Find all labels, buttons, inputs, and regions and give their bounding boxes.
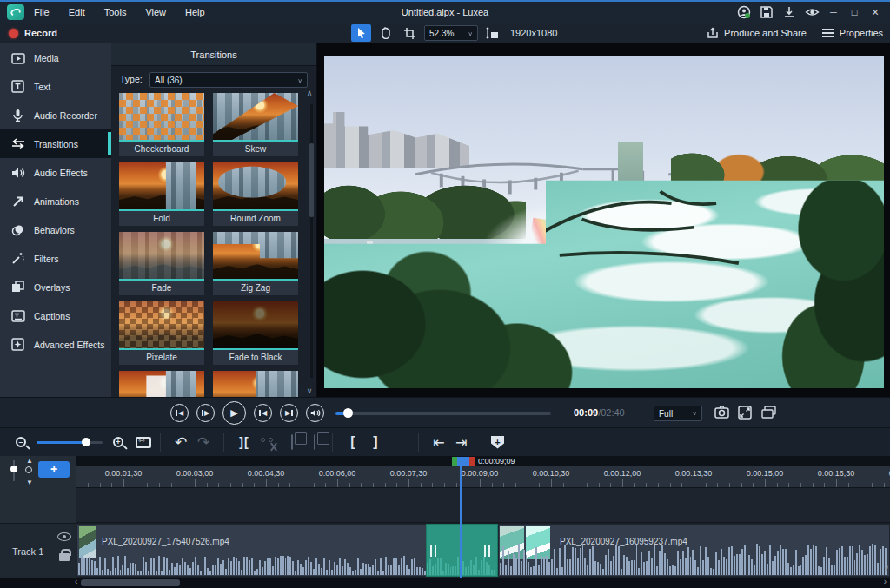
playhead-grabber[interactable] bbox=[457, 457, 469, 466]
sidebar-item-text[interactable]: Text bbox=[0, 72, 111, 101]
timeline-ruler[interactable]: 0:00:01;30 0:00:03;00 0:00:04;30 0:00:06… bbox=[76, 466, 890, 488]
transition-right-handle[interactable] bbox=[484, 545, 490, 557]
trim-out-handle[interactable] bbox=[469, 457, 475, 466]
play-button[interactable]: ▶ bbox=[222, 401, 246, 425]
snapshot-camera-icon[interactable] bbox=[714, 406, 729, 420]
track-1-lane[interactable]: PXL_20200927_175407526.mp4 PXL_20200927_… bbox=[76, 523, 890, 578]
save-icon[interactable] bbox=[760, 5, 774, 19]
next-frame-button[interactable]: ▶ bbox=[196, 404, 215, 422]
prev-marker-button[interactable]: ⇤ bbox=[428, 434, 450, 451]
playback-quality-dropdown[interactable]: Full ∨ bbox=[654, 406, 702, 421]
sidebar-item-transitions[interactable]: Transitions bbox=[0, 129, 111, 158]
scroll-down-icon[interactable]: ∨ bbox=[305, 386, 314, 395]
transition-thumbnail[interactable] bbox=[119, 371, 204, 397]
empty-lane[interactable] bbox=[76, 488, 890, 523]
mark-out-button[interactable]: ] bbox=[364, 434, 387, 450]
sidebar-item-advanced-effects[interactable]: Advanced Effects bbox=[0, 330, 111, 359]
fit-timeline-icon[interactable] bbox=[136, 437, 151, 448]
menu-tools[interactable]: Tools bbox=[95, 7, 136, 17]
produce-and-share-button[interactable]: Produce and Share bbox=[707, 27, 807, 39]
seek-knob[interactable] bbox=[343, 408, 353, 418]
sidebar-item-audio-effects[interactable]: Audio Effects bbox=[0, 158, 111, 187]
sidebar-item-filters[interactable]: Filters bbox=[0, 244, 111, 273]
minimize-button[interactable]: ─ bbox=[827, 7, 840, 17]
chevron-down-icon: ∨ bbox=[692, 410, 697, 416]
track-height-slider[interactable] bbox=[13, 460, 15, 481]
jump-end-button[interactable]: ▶ bbox=[280, 404, 298, 422]
sidebar-item-captions[interactable]: Captions bbox=[0, 301, 111, 330]
maximize-button[interactable]: □ bbox=[848, 7, 860, 17]
menu-edit[interactable]: Edit bbox=[59, 7, 95, 17]
screen-preview-icon[interactable] bbox=[805, 5, 819, 19]
scroll-left-icon[interactable]: ‹ bbox=[75, 577, 77, 586]
add-track-button[interactable]: + bbox=[38, 461, 70, 478]
copy-button[interactable] bbox=[278, 435, 301, 449]
menu-view[interactable]: View bbox=[136, 7, 176, 17]
type-dropdown[interactable]: All (36) ∨ bbox=[149, 72, 308, 88]
transition-skew[interactable]: Skew bbox=[213, 93, 298, 156]
zoom-level-dropdown[interactable]: 52.3% ∨ bbox=[424, 25, 478, 41]
vertical-scroll-down-icon[interactable]: ∨ bbox=[883, 564, 889, 572]
transition-zig-zag[interactable]: Zig Zag bbox=[213, 232, 298, 295]
zoom-in-icon[interactable]: + bbox=[113, 437, 123, 447]
track-lock-icon[interactable] bbox=[59, 553, 70, 561]
transition-thumbnail-selected[interactable] bbox=[213, 371, 298, 397]
timeline-scrollbar[interactable]: ‹ › bbox=[0, 578, 890, 588]
properties-button[interactable]: Properties bbox=[822, 28, 883, 38]
seek-slider[interactable] bbox=[335, 412, 551, 415]
transition-checkerboard[interactable]: Checkerboard bbox=[119, 93, 204, 156]
prev-frame-button[interactable]: ◀ bbox=[170, 404, 189, 422]
download-icon[interactable] bbox=[782, 5, 796, 19]
sidebar-item-behaviors[interactable]: Behaviors bbox=[0, 215, 111, 244]
undo-button[interactable]: ↶ bbox=[169, 433, 192, 452]
ruler-label: 0:00:13;30 bbox=[666, 469, 721, 478]
marker-strip[interactable]: 0:00:09;09 bbox=[76, 456, 890, 466]
clip-2[interactable]: PXL_20200927_160959237.mp4 bbox=[498, 524, 890, 577]
transition-label: Skew bbox=[213, 142, 298, 156]
record-button[interactable]: Record bbox=[9, 23, 57, 43]
select-tool-button[interactable] bbox=[351, 24, 371, 42]
transition-fade-to-black[interactable]: Fade to Black bbox=[213, 301, 298, 365]
next-marker-button[interactable]: ⇥ bbox=[450, 434, 473, 451]
transition-round-zoom[interactable]: Round Zoom bbox=[213, 162, 298, 226]
menu-file[interactable]: File bbox=[24, 7, 59, 17]
account-icon[interactable] bbox=[737, 5, 751, 19]
scroll-right-icon[interactable]: › bbox=[884, 577, 887, 586]
timeline-zoom-slider[interactable] bbox=[37, 441, 103, 444]
pan-tool-button[interactable] bbox=[375, 24, 395, 42]
transition-overlay[interactable] bbox=[426, 524, 498, 577]
fullscreen-icon[interactable] bbox=[738, 406, 753, 420]
video-preview[interactable] bbox=[317, 43, 890, 397]
close-button[interactable]: × bbox=[869, 5, 881, 19]
transition-left-handle[interactable] bbox=[430, 545, 436, 557]
mark-in-button[interactable]: [ bbox=[342, 434, 364, 450]
sidebar-item-audio-recorder[interactable]: Audio Recorder bbox=[0, 101, 111, 129]
transition-fold[interactable]: Fold bbox=[119, 162, 204, 226]
scroll-up-icon[interactable]: ∧ bbox=[305, 89, 314, 97]
detach-window-icon[interactable] bbox=[761, 406, 776, 420]
zoom-out-icon[interactable]: – bbox=[16, 437, 26, 447]
add-marker-button[interactable]: + bbox=[491, 436, 514, 449]
sidebar-item-animations[interactable]: Animations bbox=[0, 187, 111, 215]
split-clip-button[interactable]: ][ bbox=[233, 435, 256, 449]
scrollbar-thumb[interactable] bbox=[81, 579, 180, 586]
redo-button[interactable]: ↷ bbox=[192, 433, 215, 452]
panel-title: Transitions bbox=[111, 43, 316, 66]
crop-tool-button[interactable] bbox=[400, 24, 420, 42]
sidebar-item-overlays[interactable]: Overlays bbox=[0, 273, 111, 301]
jump-start-button[interactable]: ◀ bbox=[254, 404, 272, 422]
volume-button[interactable] bbox=[306, 404, 324, 422]
panel-scrollbar[interactable]: ∧ ∨ bbox=[309, 96, 315, 390]
sidebar-item-media[interactable]: Media bbox=[0, 43, 111, 72]
resize-canvas-icon[interactable] bbox=[482, 24, 502, 42]
playhead-line[interactable] bbox=[460, 466, 462, 578]
app-window: File Edit Tools View Help Untitled.alpx … bbox=[0, 0, 890, 588]
vertical-zoom-icon[interactable]: ▲▼ bbox=[23, 459, 38, 484]
zoom-slider-knob[interactable] bbox=[82, 438, 90, 446]
menu-help[interactable]: Help bbox=[176, 7, 215, 17]
track-visibility-icon[interactable] bbox=[57, 532, 71, 541]
transition-pixelate[interactable]: Pixelate bbox=[119, 301, 204, 365]
transition-fade[interactable]: Fade bbox=[119, 232, 204, 295]
panel-scroll-thumb[interactable] bbox=[309, 143, 314, 217]
produce-and-share-label: Produce and Share bbox=[724, 28, 807, 38]
